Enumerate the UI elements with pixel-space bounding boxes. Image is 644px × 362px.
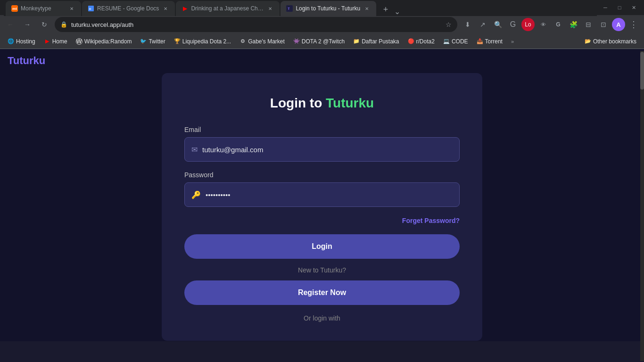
bookmarks-bar: 🌐 Hosting ▶ Home W Wikipedia:Random 🐦 Tw… (0, 34, 644, 49)
forgot-password-link[interactable]: Forget Password? (184, 216, 460, 225)
zoom-icon[interactable]: 🔍 (491, 18, 504, 31)
register-button[interactable]: Register Now (184, 280, 460, 305)
bookmark-liquipedia-label: Liquipedia Dota 2... (182, 38, 231, 45)
bookmark-torrent-label: Torrent (485, 38, 503, 45)
tab-close-resume[interactable]: ✕ (162, 5, 169, 12)
tabs-bar: mt Monkeytype ✕ D RESUME - Google Docs ✕… (4, 0, 597, 16)
split-icon[interactable]: ⊡ (597, 18, 610, 31)
gabes-icon: ⚙ (239, 38, 246, 45)
login-heading-text: Login to (270, 96, 326, 110)
bookmark-wikipedia-label: Wikipedia:Random (84, 38, 132, 45)
tab-title-youtube: Drinking at a Japanese Christmas... (191, 5, 264, 12)
tab-overflow-button[interactable]: ⌄ (394, 7, 400, 16)
share-icon[interactable]: ↗ (476, 18, 489, 31)
url-actions: ☆ (446, 21, 452, 28)
bookmark-rdota2[interactable]: 🔴 r/Dota2 (404, 36, 438, 47)
bookmark-code-label: CODE (452, 38, 468, 45)
wikipedia-icon: W (76, 38, 83, 45)
login-heading: Login to Tuturku (184, 96, 460, 111)
bookmark-code[interactable]: 💻 CODE (439, 36, 472, 47)
new-user-text: New to Tuturku? (184, 266, 460, 274)
bookmark-daftar[interactable]: 📁 Daftar Pustaka (349, 36, 403, 47)
tab-title-resume: RESUME - Google Docs (97, 5, 159, 12)
toolbar-icons: ⬇ ↗ 🔍 G Lo 👁 G 🧩 ⊟ ⊡ A ⋮ (461, 18, 640, 31)
svg-text:T: T (288, 7, 290, 10)
forgot-password-anchor[interactable]: Forget Password? (402, 217, 460, 224)
sidebar-icon[interactable]: ⊟ (582, 18, 595, 31)
tab-close-tuturku[interactable]: ✕ (363, 5, 371, 12)
bookmark-star-icon[interactable]: ☆ (446, 21, 452, 28)
daftar-icon: 📁 (353, 38, 360, 45)
close-button[interactable]: ✕ (627, 3, 640, 12)
bookmark-daftar-label: Daftar Pustaka (362, 38, 399, 45)
bookmark-more-btn[interactable]: » (507, 37, 518, 46)
forward-button[interactable]: → (21, 18, 34, 31)
extension-icon-3[interactable]: 👁 (537, 18, 550, 31)
tab-tuturku[interactable]: T Login to Tuturku - Tuturku ✕ (281, 1, 376, 16)
minimize-button[interactable]: ─ (599, 3, 612, 12)
bookmark-dota2[interactable]: 👾 DOTA 2 @Twitch (289, 36, 348, 47)
new-tab-button[interactable]: + (379, 3, 392, 16)
tab-resume[interactable]: D RESUME - Google Docs ✕ (82, 1, 175, 16)
bookmark-torrent[interactable]: 📥 Torrent (473, 36, 506, 47)
title-bar: mt Monkeytype ✕ D RESUME - Google Docs ✕… (0, 0, 644, 15)
liquipedia-icon: 🏆 (174, 38, 181, 45)
tab-title-monkeytype: Monkeytype (21, 5, 65, 12)
site-logo[interactable]: Tuturku (8, 55, 636, 67)
password-input-wrapper: 🔑 (184, 182, 460, 207)
scrollbar[interactable] (640, 51, 644, 361)
bookmark-twitter-label: Twitter (149, 38, 165, 45)
bookmark-home-label: Home (52, 38, 67, 45)
bookmark-hosting-label: Hosting (16, 38, 35, 45)
or-login-text: Or login with (184, 314, 460, 322)
page-content: Tuturku Login to Tuturku Email ✉ Passwor… (0, 49, 644, 341)
email-input[interactable] (202, 146, 453, 154)
page-body: Login to Tuturku Email ✉ Password 🔑 (0, 73, 644, 341)
tuturku-favicon: T (286, 5, 293, 12)
window-controls: ─ □ ✕ (599, 3, 640, 12)
bookmark-wikipedia[interactable]: W Wikipedia:Random (72, 36, 136, 47)
address-bar: ← → ↻ 🔒 tuturku.vercel.app/auth ☆ ⬇ ↗ 🔍 … (0, 15, 644, 34)
bookmark-gabes-label: Gabe's Market (248, 38, 285, 45)
torrent-icon: 📥 (477, 38, 483, 45)
tab-close-youtube[interactable]: ✕ (266, 5, 274, 12)
other-bookmarks-icon: 📂 (585, 38, 591, 45)
email-label: Email (184, 126, 460, 133)
url-bar[interactable]: 🔒 tuturku.vercel.app/auth ☆ (55, 17, 457, 32)
extensions-icon[interactable]: 🧩 (567, 18, 580, 31)
bookmark-other-label: Other bookmarks (593, 38, 636, 45)
code-icon: 💻 (443, 38, 450, 45)
tab-monkeytype[interactable]: mt Monkeytype ✕ (6, 1, 81, 16)
page-header: Tuturku (0, 49, 644, 73)
svg-text:D: D (89, 8, 91, 10)
maximize-button[interactable]: □ (613, 3, 626, 12)
bookmark-liquipedia[interactable]: 🏆 Liquipedia Dota 2... (170, 36, 235, 47)
login-button[interactable]: Login (184, 234, 460, 259)
bookmark-rdota2-label: r/Dota2 (416, 38, 435, 45)
download-icon[interactable]: ⬇ (461, 18, 474, 31)
secure-icon: 🔒 (60, 21, 67, 28)
url-text: tuturku.vercel.app/auth (71, 21, 442, 28)
chrome-menu-button[interactable]: ⋮ (627, 18, 640, 31)
back-button[interactable]: ← (4, 18, 17, 31)
tab-close-monkeytype[interactable]: ✕ (68, 5, 75, 12)
bookmark-hosting[interactable]: 🌐 Hosting (4, 36, 39, 47)
bookmark-gabes[interactable]: ⚙ Gabe's Market (236, 36, 289, 47)
youtube-favicon: ▶ (182, 5, 188, 12)
reload-button[interactable]: ↻ (38, 18, 51, 31)
password-icon: 🔑 (191, 190, 201, 199)
extension-icon-2[interactable]: Lo (521, 18, 535, 31)
tab-youtube[interactable]: ▶ Drinking at a Japanese Christmas... ✕ (176, 1, 280, 16)
bookmark-twitter[interactable]: 🐦 Twitter (136, 36, 169, 47)
twitter-icon: 🐦 (140, 38, 147, 45)
login-card: Login to Tuturku Email ✉ Password 🔑 (162, 73, 482, 341)
profile-button[interactable]: A (612, 18, 625, 31)
password-input[interactable] (206, 191, 453, 199)
hosting-icon: 🌐 (8, 38, 14, 45)
extension-icon-4[interactable]: G (552, 18, 565, 31)
bookmark-dota2-label: DOTA 2 @Twitch (302, 38, 345, 45)
bookmark-other[interactable]: 📂 Other bookmarks (581, 36, 640, 47)
extension-icon-1[interactable]: G (506, 18, 520, 31)
bookmark-home[interactable]: ▶ Home (40, 36, 71, 47)
scrollbar-thumb[interactable] (640, 52, 644, 90)
